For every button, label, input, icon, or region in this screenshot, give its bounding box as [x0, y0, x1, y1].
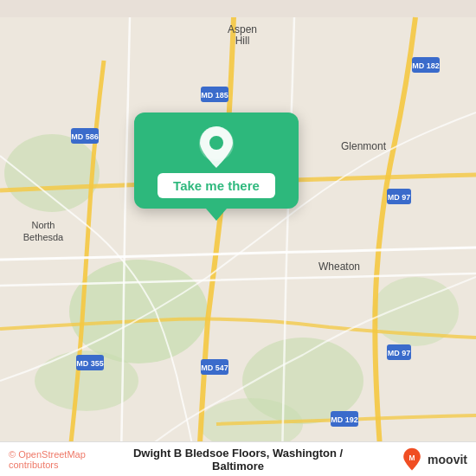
bottom-bar: © OpenStreetMap contributors Dwight B Bl… [0, 441, 476, 476]
svg-text:M: M [409, 453, 415, 461]
osm-suffix: contributors [9, 460, 58, 470]
moovit-logo: M moovit [353, 447, 468, 472]
svg-text:MD 547: MD 547 [201, 363, 228, 372]
svg-text:MD 192: MD 192 [331, 415, 358, 424]
svg-text:Wheaton: Wheaton [318, 261, 360, 273]
moovit-text: moovit [428, 453, 467, 466]
svg-text:Glenmont: Glenmont [341, 140, 387, 152]
map-container: MD 586 MD 182 MD 185 MD 97 MD 97 MD 355 … [0, 0, 476, 476]
svg-text:MD 355: MD 355 [76, 359, 104, 368]
osm-link[interactable]: OpenStreetMap [18, 449, 86, 460]
location-popup: Take me there [134, 113, 299, 209]
svg-text:MD 97: MD 97 [388, 193, 411, 202]
moovit-icon: M [400, 447, 424, 472]
svg-text:Bethesda: Bethesda [23, 232, 64, 242]
svg-text:North: North [32, 220, 55, 230]
svg-text:Hill: Hill [235, 35, 250, 47]
svg-text:MD 586: MD 586 [71, 132, 99, 141]
pin-icon [196, 125, 237, 166]
take-me-there-button[interactable]: Take me there [158, 173, 275, 198]
svg-text:MD 97: MD 97 [388, 349, 411, 357]
svg-point-4 [4, 134, 100, 212]
bottom-title: Dwight B Bledsoe Floors, Washington / Ba… [124, 447, 353, 473]
svg-point-33 [209, 136, 223, 150]
svg-point-1 [69, 260, 208, 363]
svg-text:Aspen: Aspen [228, 23, 257, 35]
osm-prefix: © [9, 449, 18, 460]
svg-text:MD 182: MD 182 [412, 61, 440, 70]
osm-credit: © OpenStreetMap contributors [9, 449, 124, 470]
svg-text:MD 185: MD 185 [201, 91, 228, 100]
map-background: MD 586 MD 182 MD 185 MD 97 MD 97 MD 355 … [0, 0, 476, 476]
